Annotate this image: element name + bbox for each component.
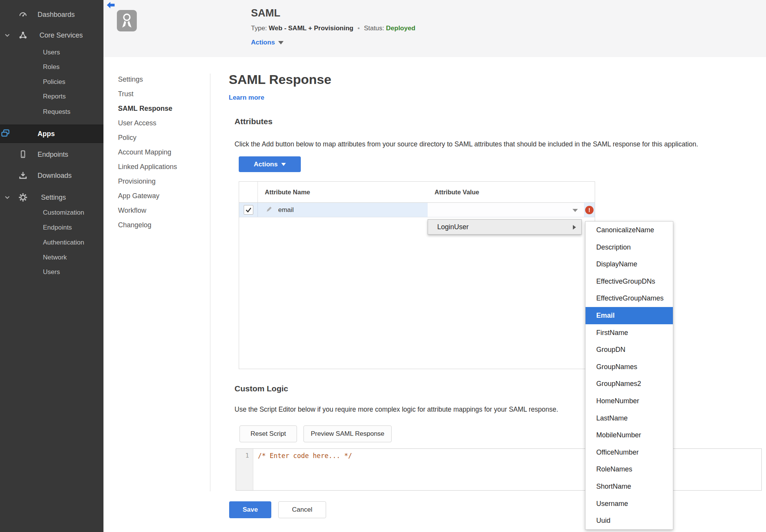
header-actions-menu[interactable]: Actions [251, 39, 284, 46]
gear-icon [18, 192, 28, 203]
dot-separator: • [355, 25, 362, 32]
chevron-down-icon [4, 194, 11, 201]
caret-down-icon [572, 209, 578, 212]
attributes-description: Click the Add button below to map attrib… [235, 140, 698, 148]
sidebar-item-label: Apps [38, 130, 55, 138]
menu-item-groupnames[interactable]: GroupNames [586, 358, 673, 376]
menu-item-rolenames[interactable]: RoleNames [586, 461, 673, 478]
menu-item-canonicalizename[interactable]: CanonicalizeName [586, 222, 673, 239]
tab-trust[interactable]: Trust [118, 87, 202, 101]
sidebar-item-customization[interactable]: Customization [43, 207, 84, 218]
sidebar-item-roles[interactable]: Roles [43, 61, 59, 73]
tab-policy[interactable]: Policy [118, 130, 202, 145]
sidebar-item-downloads[interactable]: Downloads [0, 169, 103, 182]
caret-down-icon [278, 41, 284, 44]
save-button[interactable]: Save [229, 501, 271, 518]
download-icon [18, 170, 28, 181]
tab-changelog[interactable]: Changelog [118, 218, 202, 232]
sidebar-item-label: Downloads [38, 172, 72, 180]
type-label: Type: [251, 25, 267, 32]
tab-app-gateway[interactable]: App Gateway [118, 189, 202, 203]
tab-settings[interactable]: Settings [118, 72, 202, 87]
menu-item-displayname[interactable]: DisplayName [586, 256, 673, 273]
menu-item-firstname[interactable]: FirstName [586, 324, 673, 342]
menu-item-email[interactable]: Email [586, 307, 673, 324]
sidebar-item-requests[interactable]: Requests [43, 106, 71, 118]
attributes-heading: Attributes [235, 117, 272, 126]
menu-item-description[interactable]: Description [586, 239, 673, 256]
sidebar-item-apps[interactable]: Apps [0, 125, 103, 143]
menu-item-lastname[interactable]: LastName [586, 410, 673, 427]
attributes-actions-button[interactable]: Actions [239, 156, 301, 172]
learn-more-link[interactable]: Learn more [229, 94, 264, 102]
nav-divider [210, 74, 210, 491]
preview-saml-response-button[interactable]: Preview SAML Response [303, 425, 392, 442]
sidebar-item-policies[interactable]: Policies [43, 76, 66, 88]
attributes-actions-label: Actions [254, 161, 277, 168]
tab-linked-applications[interactable]: Linked Applications [118, 159, 202, 174]
status-label: Status: [364, 25, 384, 32]
editor-code-area[interactable]: /* Enter code here... */ [253, 449, 761, 490]
menu-item-groupnames2[interactable]: GroupNames2 [586, 375, 673, 392]
award-ribbon-icon [117, 10, 137, 33]
sidebar-item-dashboards[interactable]: Dashboards [0, 8, 103, 21]
tab-user-access[interactable]: User Access [118, 116, 202, 130]
pencil-icon [266, 205, 273, 215]
reset-script-button[interactable]: Reset Script [239, 425, 297, 442]
type-value: Web - SAML + Provisioning [269, 25, 353, 32]
page-title: SAML [251, 7, 280, 19]
sidebar-item-authentication[interactable]: Authentication [43, 237, 84, 248]
sidebar-item-label: Dashboards [38, 11, 75, 19]
error-icon: ! [585, 206, 594, 214]
mobile-icon [18, 149, 28, 160]
sidebar-item-label: Endpoints [38, 151, 68, 159]
sidebar-item-label: Settings [41, 194, 66, 202]
row-select-cell [239, 203, 258, 217]
menu-item-uuid[interactable]: Uuid [586, 512, 673, 529]
header-actions-label: Actions [251, 39, 275, 46]
nodes-icon [18, 30, 28, 41]
table-row[interactable]: email ! [239, 203, 595, 217]
tab-provisioning[interactable]: Provisioning [118, 174, 202, 189]
sidebar-item-settings-endpoints[interactable]: Endpoints [43, 222, 72, 233]
sidebar-item-users[interactable]: Users [43, 47, 60, 58]
menu-item-username[interactable]: Username [586, 495, 673, 512]
attributes-table: Attribute Name Attribute Value email ! [239, 181, 595, 369]
menu-item-effectivegroupdns[interactable]: EffectiveGroupDNs [586, 273, 673, 290]
admin-portal: Dashboards Core Services Users Roles Pol… [0, 0, 766, 532]
custom-logic-heading: Custom Logic [235, 384, 288, 393]
gauge-icon [18, 9, 28, 20]
menu-item-groupdn[interactable]: GroupDN [586, 341, 673, 358]
sidebar-item-reports[interactable]: Reports [43, 91, 66, 102]
sidebar-item-network[interactable]: Network [43, 252, 67, 263]
caret-right-icon [573, 225, 576, 230]
attribute-value-dropdown[interactable] [428, 203, 584, 217]
row-checkbox[interactable] [244, 205, 253, 215]
menu-item-effectivegroupnames[interactable]: EffectiveGroupNames [586, 290, 673, 307]
app-section-nav: Settings Trust SAML Response User Access… [118, 72, 202, 232]
caret-down-icon [281, 163, 286, 166]
tab-account-mapping[interactable]: Account Mapping [118, 145, 202, 159]
menu-item-mobilenumber[interactable]: MobileNumber [586, 427, 673, 444]
sidebar-item-endpoints[interactable]: Endpoints [0, 148, 103, 161]
sidebar-item-settings[interactable]: Settings [0, 190, 103, 204]
attribute-name-column-header: Attribute Name [258, 189, 428, 196]
sidebar-item-core-services[interactable]: Core Services [0, 28, 103, 42]
sidebar: Dashboards Core Services Users Roles Pol… [0, 0, 103, 532]
app-header: SAML Type: Web - SAML + Provisioning • S… [103, 0, 766, 57]
tab-workflow[interactable]: Workflow [118, 203, 202, 218]
menu-item-shortname[interactable]: ShortName [586, 478, 673, 495]
tab-saml-response[interactable]: SAML Response [118, 101, 202, 116]
status-badge: Deployed [386, 25, 415, 32]
value-menu-loginuser[interactable]: LoginUser [428, 219, 582, 235]
menu-item-homenumber[interactable]: HomeNumber [586, 392, 673, 410]
back-arrow-icon[interactable] [106, 1, 116, 11]
cancel-button[interactable]: Cancel [278, 501, 326, 518]
chevron-down-icon [4, 32, 11, 39]
menu-item-officenumber[interactable]: OfficeNumber [586, 444, 673, 461]
row-error-cell: ! [584, 203, 595, 217]
page-heading: SAML Response [229, 72, 331, 87]
sidebar-item-settings-users[interactable]: Users [43, 266, 60, 278]
apps-icon [0, 128, 11, 140]
attribute-value-column-header: Attribute Value [428, 189, 595, 196]
